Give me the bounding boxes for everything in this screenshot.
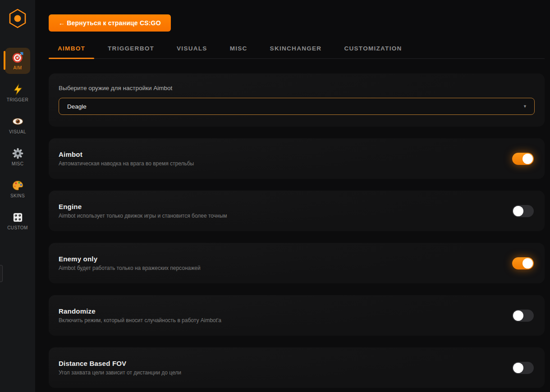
setting-card-enemy-only: Enemy only Aimbot будет работать только … bbox=[49, 243, 545, 283]
app-logo[interactable] bbox=[8, 8, 27, 29]
lightning-icon bbox=[12, 83, 24, 96]
sidebar-item-visual[interactable]: VISUAL bbox=[5, 112, 30, 138]
toggle-knob bbox=[513, 363, 523, 373]
setting-description: Угол захвата цели зависит от дистанции д… bbox=[59, 369, 181, 376]
hexagon-logo-icon bbox=[8, 8, 27, 29]
sidebar-item-trigger[interactable]: TRIGGER bbox=[5, 80, 30, 106]
app-window: AIM TRIGGER VISUAL bbox=[0, 0, 550, 392]
sidebar-item-label: SKINS bbox=[10, 193, 25, 198]
tab-misc[interactable]: MISC bbox=[221, 45, 257, 58]
target-icon bbox=[12, 51, 24, 64]
tab-skinchanger[interactable]: SKINCHANGER bbox=[261, 45, 331, 58]
sidebar-item-label: CUSTOM bbox=[7, 225, 28, 230]
chevron-down-icon: ▼ bbox=[523, 104, 527, 109]
setting-card-aimbot: Aimbot Автоматическая наводка на врага в… bbox=[49, 138, 545, 179]
toggle-knob bbox=[522, 258, 533, 269]
weapon-select-card: Выберите оружие для настройки Aimbot Dea… bbox=[49, 73, 545, 127]
setting-description: Автоматическая наводка на врага во время… bbox=[59, 160, 194, 167]
main-content: ← Вернуться к странице CS:GO AIMBOT TRIG… bbox=[35, 0, 550, 392]
tab-aimbot[interactable]: AIMBOT bbox=[49, 45, 94, 58]
setting-texts: Engine Aimbot использует только движок и… bbox=[59, 203, 227, 219]
weapon-select-label: Выберите оружие для настройки Aimbot bbox=[59, 85, 535, 91]
sidebar-item-label: AIM bbox=[14, 65, 22, 70]
sidebar-item-custom[interactable]: CUSTOM bbox=[5, 208, 30, 234]
sidebar-item-skins[interactable]: SKINS bbox=[5, 176, 30, 202]
sidebar: AIM TRIGGER VISUAL bbox=[0, 0, 35, 392]
gear-icon bbox=[12, 147, 24, 160]
weapon-select-dropdown[interactable]: Deagle ▼ bbox=[59, 98, 535, 115]
setting-title: Randomize bbox=[59, 307, 221, 315]
setting-title: Distance Based FOV bbox=[59, 360, 181, 367]
sidebar-item-label: VISUAL bbox=[9, 129, 26, 134]
dice-icon bbox=[12, 211, 24, 223]
toggle-enemy-only[interactable] bbox=[512, 257, 534, 269]
setting-title: Enemy only bbox=[59, 255, 201, 263]
selected-weapon-value: Deagle bbox=[67, 103, 87, 110]
toggle-randomize[interactable] bbox=[512, 310, 534, 322]
toggle-knob bbox=[522, 154, 533, 164]
setting-texts: Aimbot Автоматическая наводка на врага в… bbox=[59, 150, 194, 167]
sidebar-nav: AIM TRIGGER VISUAL bbox=[5, 48, 30, 234]
setting-texts: Enemy only Aimbot будет работать только … bbox=[59, 255, 201, 271]
back-to-csgo-button[interactable]: ← Вернуться к странице CS:GO bbox=[49, 14, 171, 32]
eye-icon bbox=[12, 115, 24, 128]
active-indicator-bar bbox=[4, 51, 5, 70]
setting-card-randomize: Randomize Включить режим, который вносит… bbox=[49, 295, 545, 336]
toggle-engine[interactable] bbox=[512, 205, 534, 217]
setting-texts: Randomize Включить режим, который вносит… bbox=[59, 307, 221, 324]
sidebar-item-misc[interactable]: MISC bbox=[5, 144, 30, 170]
setting-description: Aimbot будет работать только на вражески… bbox=[59, 265, 201, 271]
setting-description: Aimbot использует только движок игры и с… bbox=[59, 213, 227, 219]
sidebar-item-label: TRIGGER bbox=[7, 97, 28, 102]
setting-title: Engine bbox=[59, 203, 227, 210]
toggle-aimbot[interactable] bbox=[512, 153, 534, 165]
setting-texts: Distance Based FOV Угол захвата цели зав… bbox=[59, 360, 181, 376]
setting-title: Aimbot bbox=[59, 150, 194, 158]
setting-card-engine: Engine Aimbot использует только движок и… bbox=[49, 191, 545, 231]
setting-card-distance-based-fov: Distance Based FOV Угол захвата цели зав… bbox=[49, 347, 545, 388]
sidebar-item-label: MISC bbox=[12, 161, 24, 166]
toggle-knob bbox=[513, 206, 523, 216]
drawer-handle[interactable] bbox=[0, 265, 3, 282]
tab-customization[interactable]: CUSTOMIZATION bbox=[335, 45, 411, 58]
tab-visuals[interactable]: VISUALS bbox=[168, 45, 216, 58]
toggle-distance-based-fov[interactable] bbox=[512, 362, 534, 374]
palette-icon bbox=[12, 179, 24, 191]
tab-triggerbot[interactable]: TRIGGERBOT bbox=[99, 45, 163, 58]
sidebar-item-aim[interactable]: AIM bbox=[5, 48, 30, 74]
setting-description: Включить режим, который вносит случайнос… bbox=[59, 317, 221, 324]
toggle-knob bbox=[513, 310, 523, 321]
tab-bar: AIMBOT TRIGGERBOT VISUALS MISC SKINCHANG… bbox=[49, 45, 545, 59]
